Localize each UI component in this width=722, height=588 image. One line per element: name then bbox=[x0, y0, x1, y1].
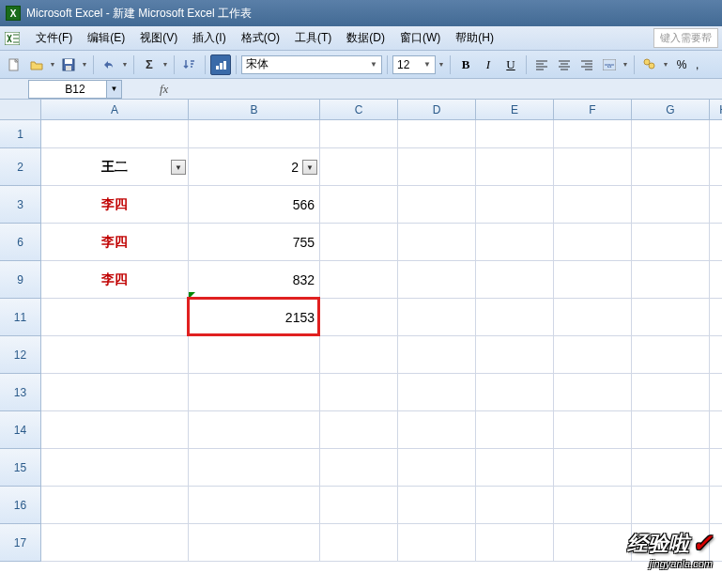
cell-c9[interactable] bbox=[320, 261, 398, 299]
cell-f1[interactable] bbox=[554, 120, 632, 148]
bold-button[interactable]: B bbox=[455, 54, 476, 75]
percent-button[interactable]: % bbox=[671, 54, 692, 75]
cell-c17[interactable] bbox=[320, 524, 398, 562]
cell-g14[interactable] bbox=[632, 411, 710, 449]
cell-e13[interactable] bbox=[476, 374, 554, 411]
cell-d12[interactable] bbox=[398, 336, 476, 374]
filter-button-a[interactable]: ▼ bbox=[171, 160, 186, 175]
underline-button[interactable]: U bbox=[500, 54, 521, 75]
cell-e14[interactable] bbox=[476, 411, 554, 449]
cell-e12[interactable] bbox=[476, 336, 554, 374]
row-header-15[interactable]: 15 bbox=[0, 449, 41, 487]
cell-c15[interactable] bbox=[320, 449, 398, 487]
cell-a15[interactable] bbox=[41, 449, 189, 487]
col-header-c[interactable]: C bbox=[320, 100, 398, 120]
menu-help[interactable]: 帮助(H) bbox=[448, 28, 501, 48]
merge-dropdown[interactable]: ▼ bbox=[622, 54, 629, 75]
align-left-button[interactable] bbox=[531, 54, 552, 75]
cell-h11[interactable] bbox=[710, 299, 722, 336]
cell-a13[interactable] bbox=[41, 374, 189, 411]
menu-tools[interactable]: 工具(T) bbox=[287, 28, 339, 48]
row-header-11[interactable]: 11 bbox=[0, 299, 41, 336]
undo-button[interactable] bbox=[99, 54, 119, 75]
select-all-corner[interactable] bbox=[0, 100, 41, 120]
autosum-dropdown[interactable]: ▼ bbox=[161, 54, 169, 75]
cell-b9[interactable]: 832 bbox=[189, 261, 320, 299]
row-header-16[interactable]: 16 bbox=[0, 487, 41, 524]
cell-a11[interactable] bbox=[41, 299, 189, 336]
cell-f12[interactable] bbox=[554, 336, 632, 374]
cell-f14[interactable] bbox=[554, 411, 632, 449]
cell-c6[interactable] bbox=[320, 224, 398, 261]
row-header-1[interactable]: 1 bbox=[0, 120, 41, 148]
cell-a2[interactable]: 王二 bbox=[41, 148, 189, 186]
cell-b1[interactable] bbox=[189, 120, 320, 148]
cell-a14[interactable] bbox=[41, 411, 189, 449]
row-header-6[interactable]: 6 bbox=[0, 224, 41, 261]
cell-d14[interactable] bbox=[398, 411, 476, 449]
col-header-e[interactable]: E bbox=[476, 100, 554, 120]
cell-a9[interactable]: 李四 bbox=[41, 261, 189, 299]
col-header-h[interactable]: H bbox=[710, 100, 722, 120]
row-header-17[interactable]: 17 bbox=[0, 524, 41, 562]
cell-d1[interactable] bbox=[398, 120, 476, 148]
col-header-a[interactable]: A bbox=[41, 100, 189, 120]
cell-c16[interactable] bbox=[320, 487, 398, 524]
cell-d11[interactable] bbox=[398, 299, 476, 336]
cell-d13[interactable] bbox=[398, 374, 476, 411]
align-right-button[interactable] bbox=[576, 54, 597, 75]
menu-insert[interactable]: 插入(I) bbox=[185, 28, 233, 48]
cell-h15[interactable] bbox=[710, 449, 722, 487]
cell-b16[interactable] bbox=[189, 487, 320, 524]
col-header-b[interactable]: B bbox=[189, 100, 320, 120]
cell-f13[interactable] bbox=[554, 374, 632, 411]
cell-c14[interactable] bbox=[320, 411, 398, 449]
menu-data[interactable]: 数据(D) bbox=[339, 28, 392, 48]
cell-g12[interactable] bbox=[632, 336, 710, 374]
cell-f2[interactable] bbox=[554, 148, 632, 186]
open-button[interactable] bbox=[26, 54, 47, 75]
cell-e15[interactable] bbox=[476, 449, 554, 487]
new-button[interactable] bbox=[4, 54, 24, 75]
col-header-f[interactable]: F bbox=[554, 100, 632, 120]
row-header-9[interactable]: 9 bbox=[0, 261, 41, 299]
help-search-hint[interactable]: 键入需要帮 bbox=[653, 28, 718, 48]
filter-button-b[interactable]: ▼ bbox=[302, 160, 317, 175]
cell-h9[interactable] bbox=[710, 261, 722, 299]
cell-g16[interactable] bbox=[632, 487, 710, 524]
cell-a16[interactable] bbox=[41, 487, 189, 524]
cell-e11[interactable] bbox=[476, 299, 554, 336]
size-dropdown[interactable]: ▼ bbox=[438, 54, 445, 75]
cell-a12[interactable] bbox=[41, 336, 189, 374]
cell-b17[interactable] bbox=[189, 524, 320, 562]
row-header-3[interactable]: 3 bbox=[0, 186, 41, 224]
size-selector[interactable]: 12▼ bbox=[392, 55, 436, 74]
cell-d16[interactable] bbox=[398, 487, 476, 524]
cell-d15[interactable] bbox=[398, 449, 476, 487]
cell-g6[interactable] bbox=[632, 224, 710, 261]
cell-b3[interactable]: 566 bbox=[189, 186, 320, 224]
cell-b6[interactable]: 755 bbox=[189, 224, 320, 261]
row-header-12[interactable]: 12 bbox=[0, 336, 41, 374]
cell-g13[interactable] bbox=[632, 374, 710, 411]
cell-f16[interactable] bbox=[554, 487, 632, 524]
menu-file[interactable]: 文件(F) bbox=[28, 28, 80, 48]
cell-f15[interactable] bbox=[554, 449, 632, 487]
cell-d3[interactable] bbox=[398, 186, 476, 224]
save-button[interactable] bbox=[58, 54, 79, 75]
cell-c11[interactable] bbox=[320, 299, 398, 336]
currency-button[interactable] bbox=[639, 54, 660, 75]
cell-e3[interactable] bbox=[476, 186, 554, 224]
cell-c3[interactable] bbox=[320, 186, 398, 224]
cell-h16[interactable] bbox=[710, 487, 722, 524]
cell-d17[interactable] bbox=[398, 524, 476, 562]
cell-h1[interactable] bbox=[710, 120, 722, 148]
cell-g9[interactable] bbox=[632, 261, 710, 299]
row-header-13[interactable]: 13 bbox=[0, 374, 41, 411]
cell-g3[interactable] bbox=[632, 186, 710, 224]
cell-c13[interactable] bbox=[320, 374, 398, 411]
menu-format[interactable]: 格式(O) bbox=[234, 28, 287, 48]
cell-e16[interactable] bbox=[476, 487, 554, 524]
menu-edit[interactable]: 编辑(E) bbox=[80, 28, 132, 48]
cell-b15[interactable] bbox=[189, 449, 320, 487]
